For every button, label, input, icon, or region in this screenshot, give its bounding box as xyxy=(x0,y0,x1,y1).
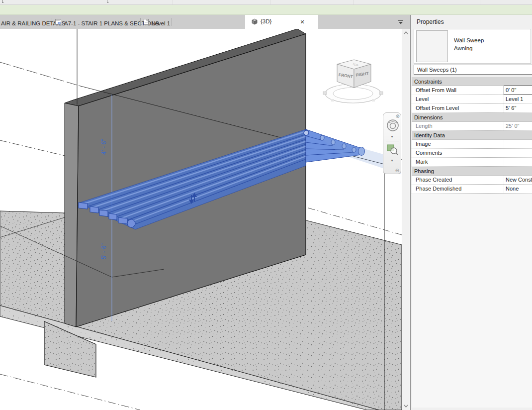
property-label: Offset From Level xyxy=(412,104,504,112)
property-label: Comments xyxy=(412,149,504,157)
offset-from-wall-value[interactable]: 0' 0" xyxy=(504,86,532,95)
group-header-dimensions: Dimensions xyxy=(412,113,532,122)
ribbon-text-remnant xyxy=(2,0,4,3)
property-label: Mark xyxy=(412,158,504,166)
ribbon-panel-separator xyxy=(480,0,480,4)
steering-wheel-button[interactable] xyxy=(386,119,399,132)
phase-created-value[interactable]: New Construction xyxy=(504,176,532,184)
steering-wheel-menu-caret[interactable]: ▾ xyxy=(383,135,401,139)
reference-plane-line[interactable] xyxy=(0,62,77,85)
viewcube[interactable]: TOP FRONT RIGHT xyxy=(323,60,383,103)
ribbon-panel-separator xyxy=(353,0,354,4)
level-value[interactable]: Level 1 xyxy=(504,95,532,103)
tab-separator xyxy=(172,18,172,26)
comments-value[interactable] xyxy=(504,149,532,157)
scroll-down-button[interactable] xyxy=(402,402,410,410)
plan-view-icon xyxy=(143,18,150,25)
mark-value[interactable] xyxy=(504,158,532,166)
tab-list-icon[interactable] xyxy=(397,19,404,25)
property-row: Comments xyxy=(412,149,532,158)
tab-level-1[interactable]: Level 1 xyxy=(152,18,170,27)
selection-filter-combobox[interactable]: Wall Sweeps (1) xyxy=(414,65,532,75)
close-tab-icon[interactable]: ✕ xyxy=(298,18,306,26)
zoom-menu-caret[interactable]: ▾ xyxy=(383,159,401,163)
length-value: 25' 0" xyxy=(504,122,532,130)
property-label: Phase Demolished xyxy=(412,185,504,193)
group-header-identity-data: Identity Data xyxy=(412,131,532,140)
ribbon-text-remnant xyxy=(107,0,109,3)
tab-3d-view-active[interactable]: {3D} ✕ xyxy=(245,15,318,29)
property-row: Offset From Level 5' 6" xyxy=(412,104,532,113)
property-row: Mark xyxy=(412,158,532,167)
property-label: Length xyxy=(412,122,504,130)
properties-grid: Constraints Offset From Wall 0' 0" Level… xyxy=(412,77,532,408)
type-preview-thumbnail xyxy=(416,30,448,62)
tab-separator xyxy=(140,18,141,26)
phase-demolished-value[interactable]: None xyxy=(504,185,532,193)
offset-from-level-value[interactable]: 5' 6" xyxy=(504,104,532,112)
property-row: Image xyxy=(412,140,532,149)
sweep-drag-handle[interactable] xyxy=(304,130,309,135)
temp-dim-upper[interactable]: 4' - 6" xyxy=(100,139,107,155)
ribbon-panel-separator xyxy=(173,0,173,4)
property-label: Level xyxy=(412,95,504,103)
revit-window: AIR & RAILING DETAILS A7-1 - STAIR 1 PLA… xyxy=(0,0,532,410)
properties-empty-area xyxy=(412,194,532,408)
sheet-icon xyxy=(55,18,62,25)
navbar-divider xyxy=(386,141,399,141)
properties-palette: Properties Wall Sweep Awning Wall Sweeps… xyxy=(410,15,532,410)
group-header-constraints: Constraints xyxy=(412,77,532,86)
ribbon-bottom-strip xyxy=(0,0,532,5)
property-row: Offset From Wall 0' 0" xyxy=(412,86,532,95)
property-label: Image xyxy=(412,140,504,148)
temp-dim-lower[interactable]: 5' - 6" xyxy=(100,243,107,259)
reference-plane-line[interactable] xyxy=(0,140,65,156)
scroll-up-button[interactable] xyxy=(402,29,410,37)
properties-title: Properties xyxy=(417,18,444,25)
view-tab-bar: AIR & RAILING DETAILS A7-1 - STAIR 1 PLA… xyxy=(0,15,410,29)
type-name-label: Awning xyxy=(454,45,473,51)
tab-label: {3D} xyxy=(261,18,271,24)
tab-label: Level 1 xyxy=(152,20,170,26)
navbar-minimize-icon[interactable]: ⊖ xyxy=(395,168,399,173)
viewport-scrollbar[interactable] xyxy=(402,29,410,410)
property-row: Phase Created New Construction xyxy=(412,176,532,185)
navigation-bar[interactable]: ⊗ ▾ ▾ ⊖ xyxy=(383,112,401,174)
image-value[interactable] xyxy=(504,140,532,148)
zoom-button[interactable] xyxy=(387,144,399,156)
type-selector[interactable]: Wall Sweep Awning xyxy=(414,29,531,64)
navbar-close-icon[interactable]: ⊗ xyxy=(396,113,400,119)
tab-separator xyxy=(52,18,52,26)
property-row: Level Level 1 xyxy=(412,95,532,104)
group-header-phasing: Phasing xyxy=(412,167,532,176)
options-bar xyxy=(0,5,532,15)
property-row: Phase Demolished None xyxy=(412,185,532,194)
3d-view-icon xyxy=(251,18,258,25)
3d-viewport[interactable]: 4' - 6" 5' - 6" xyxy=(0,29,402,410)
ribbon-panel-separator xyxy=(270,0,270,4)
property-row: Length 25' 0" xyxy=(412,122,532,131)
reference-plane-line[interactable] xyxy=(0,374,140,410)
type-family-label: Wall Sweep xyxy=(454,37,484,43)
property-label: Offset From Wall xyxy=(412,86,504,95)
property-label: Phase Created xyxy=(412,176,504,184)
